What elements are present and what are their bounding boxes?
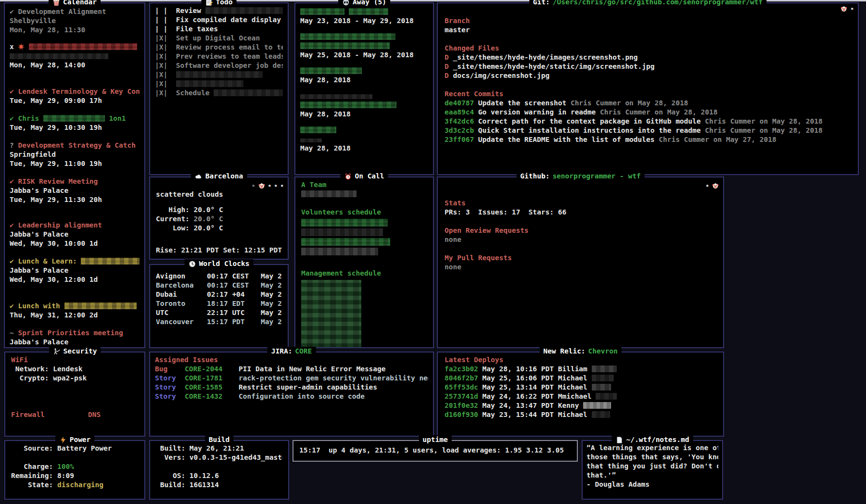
weather-low: Low: 20.0° C (156, 224, 282, 233)
todo-item[interactable]: |X| Software developer job desc (155, 61, 283, 70)
redacted-block (29, 43, 137, 50)
cloud-icon (195, 173, 203, 180)
todo-item[interactable]: | | Fix compiled date display bug (155, 15, 283, 25)
redacted-block (301, 238, 390, 246)
weather-condition: scattered clouds (156, 190, 282, 199)
panel-title-text: Away (5) (353, 0, 386, 7)
pager-dot[interactable]: • (280, 183, 284, 189)
uptime-panel[interactable]: uptime 15:17 up 4 days, 21:31, 5 users, … (293, 440, 578, 462)
calendar-event: ✔ Lunch & Learn: Jabba's Palace Wed, May… (10, 257, 140, 284)
oncall-volunteers-label: Volunteers schedule (301, 208, 427, 217)
panel-title-text: Calendar (63, 0, 97, 7)
away-entry: May 23, 2018 - May 29, 2018 (300, 7, 428, 25)
calendar-event: ✔ Chris 1on1 Tue, May 29, 10:30 19h (10, 114, 140, 132)
power-panel-title: Power (55, 435, 95, 444)
jira-issue-row[interactable]: StoryCORE-1432Configuration into source … (155, 392, 428, 401)
weather-current: Current: 20.0° C (156, 214, 282, 224)
jira-issue-row[interactable]: StoryCORE-1585Restrict super-admin capab… (155, 383, 428, 392)
redacted-block (301, 248, 378, 255)
panel-title-text: uptime (422, 435, 447, 444)
power-remaining: Remaining: 8:09 (11, 471, 139, 480)
todo-item[interactable]: |X| Set up Digital Ocean (155, 34, 283, 43)
pager-dot[interactable]: • (850, 6, 854, 13)
panel-title-text: Todo (216, 0, 233, 7)
todo-panel[interactable]: Todo | | Review | | Fix compiled date di… (149, 2, 289, 175)
power-panel[interactable]: Power Source: Battery Power Charge: 100%… (4, 440, 145, 500)
weather-panel-title: Barcelona (191, 172, 247, 181)
pager-dot[interactable]: • (252, 183, 255, 189)
jira-issue-row[interactable]: BugCORE-2044PII Data in New Relic Error … (155, 365, 428, 374)
deploy-row: 65ff53dc May 25, 13:14 PDT Michael (445, 383, 716, 392)
calendar-event: ✔ RISK Review Meeting Jabba's Palace Tue… (10, 177, 140, 204)
power-charge: Charge: 100% (11, 462, 139, 471)
weather-pager[interactable]: • • • • (252, 182, 284, 189)
oncall-management-label: Management schedule (301, 269, 427, 278)
todo-item[interactable]: | | Review (155, 6, 283, 15)
git-commit-row: 23ff067 Update the README with the list … (445, 135, 851, 144)
github-pager[interactable]: • (705, 182, 719, 189)
todo-item[interactable]: |X| Schedule (155, 88, 283, 98)
git-panel[interactable]: Git: /Users/chris/go/src/github.com/seno… (437, 2, 859, 175)
todo-item[interactable]: |X| (155, 79, 283, 88)
lightning-bolt-icon (59, 436, 67, 444)
redacted-block (583, 402, 611, 409)
panel-title-text: Git: (533, 0, 550, 7)
wifi-network: Network: Lendesk (11, 365, 139, 374)
world-clocks-panel[interactable]: World Clocks Avignon00:17 CESTMay 29 Bar… (149, 264, 289, 348)
build-panel[interactable]: Build Built: May 26, 21:21 Vers: v0.0.3-… (149, 440, 289, 500)
deploy-row: 8046f2b7 May 25, 16:06 PDT Michael (445, 374, 716, 383)
weather-panel[interactable]: Barcelona • • • • scattered clouds High:… (149, 176, 289, 260)
jira-issue-row[interactable]: StoryCORE-1781rack-protection gem securi… (155, 374, 428, 383)
git-repo-path: /Users/chris/go/src/github.com/senorprog… (553, 0, 763, 7)
build-vers: Vers: v0.0.3-15-g41ed43_maste (156, 453, 282, 462)
redacted-block (205, 7, 283, 14)
pager-dot[interactable]: • (268, 183, 272, 189)
redacted-block (592, 411, 610, 418)
clock-row: Vancouver15:17 PDTMay 28 (156, 317, 282, 327)
git-file-row: D _site/themes/hyde-hyde/images/screensh… (445, 53, 851, 62)
git-changed-files-section: Changed Files D _site/themes/hyde-hyde/i… (445, 44, 851, 80)
clown-icon (712, 182, 719, 189)
redacted-block (10, 53, 108, 59)
redacted-block (300, 8, 344, 15)
todo-item[interactable]: |X| Prev reviews to team leads (155, 52, 283, 61)
new-relic-panel[interactable]: New Relic: Chevron Latest Deploys fa2c3b… (437, 352, 724, 437)
panel-title-text: On Call (355, 172, 384, 181)
away-entry: May 25, 2018 - May 28, 2018 (300, 32, 428, 60)
new-relic-app: Chevron (588, 347, 618, 356)
pager-dot[interactable]: • (705, 183, 709, 189)
fencer-icon (53, 348, 61, 355)
build-number: Build: 16G1314 (156, 480, 282, 490)
pager-dot[interactable]: • (274, 183, 278, 189)
panel-title-text: ~/.wtf/notes.md (626, 435, 689, 444)
notes-line: - Douglas Adams (586, 480, 718, 489)
git-pager[interactable]: • (840, 5, 854, 13)
panel-title-text: Barcelona (205, 172, 243, 181)
calendar-event: ✔ Leadership alignment Jabba's Palace We… (10, 221, 140, 248)
redacted-block (301, 228, 383, 236)
notes-panel[interactable]: ~/.wtf/notes.md “A learning experience i… (582, 440, 723, 500)
redacted-block (300, 33, 395, 40)
away-entry: May 28, 2018 (300, 126, 428, 153)
clock-row: Avignon00:17 CESTMay 29 (156, 272, 282, 281)
calendar-panel[interactable]: Calendar ✔ Development Alignment Shelbyv… (4, 2, 145, 348)
calendar-event: ✔ Lunch with Thu, May 31, 12:00 2d (10, 302, 140, 320)
git-commit-row: 3f42dc6 Correct path for the context pac… (445, 117, 851, 126)
github-panel[interactable]: Github: senorprogrammer - wtf • Stats PR… (437, 176, 724, 348)
notes-panel-title: ~/.wtf/notes.md (612, 435, 693, 444)
on-call-panel[interactable]: On Call A Team Volunteers schedule Manag… (294, 176, 434, 348)
security-panel[interactable]: Security WiFi Network: Lendesk Crypto: w… (4, 352, 145, 437)
jira-panel[interactable]: JIRA: CORE Assigned Issues BugCORE-2044P… (149, 352, 434, 437)
new-relic-panel-title: New Relic: Chevron (539, 347, 621, 356)
redacted-block (43, 115, 105, 122)
away-panel[interactable]: Away (5) May 23, 2018 - May 29, 2018 May… (294, 2, 434, 175)
todo-item[interactable]: |X| (155, 70, 283, 79)
jira-assigned-label: Assigned Issues (155, 355, 428, 365)
page-icon (616, 436, 624, 444)
todo-item[interactable]: |X| Review process email to team (155, 43, 283, 52)
notes-line: that.'” (586, 471, 718, 480)
panel-title-text: JIRA: (271, 347, 293, 356)
build-built: Built: May 26, 21:21 (156, 444, 282, 453)
todo-item[interactable]: | | File taxes (155, 25, 283, 34)
wifi-label: WiFi (11, 355, 139, 365)
